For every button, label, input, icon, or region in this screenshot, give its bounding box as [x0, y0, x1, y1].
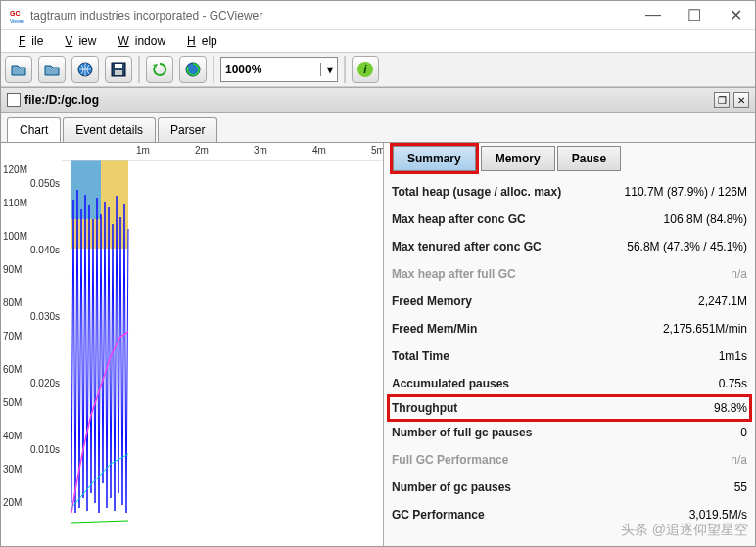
stat-value: 0 — [740, 426, 747, 439]
stat-label: Throughput — [392, 401, 457, 415]
stat-label: Freed Memory — [392, 295, 472, 308]
stat-label: Total Time — [392, 349, 449, 363]
refresh-button[interactable] — [146, 56, 173, 83]
stat-label: Full GC Performance — [392, 453, 508, 467]
svg-text:GC: GC — [10, 10, 21, 17]
toolbar-divider — [138, 56, 140, 83]
stat-value: 1m1s — [719, 349, 747, 363]
zoom-value: 1000% — [225, 63, 261, 76]
stat-row: Total heap (usage / alloc. max)110.7M (8… — [390, 178, 749, 205]
stats-list[interactable]: Total heap (usage / alloc. max)110.7M (8… — [384, 170, 755, 546]
stat-row: Number of full gc pauses0 — [390, 419, 749, 446]
open-recent-button[interactable] — [38, 56, 66, 83]
dropdown-arrow-icon: ▾ — [320, 63, 333, 76]
chart-plot — [62, 160, 383, 546]
stat-row: Throughput98.8% — [387, 394, 752, 422]
stat-value: 110.7M (87.9%) / 126M — [625, 185, 747, 199]
stat-row: Freed Mem/Min2,175.651M/min — [390, 315, 749, 342]
stat-row: Total Time1m1s — [390, 342, 749, 370]
menu-help[interactable]: Help — [175, 32, 223, 50]
chart-y-memory-axis: 120M110M100M 90M80M70M 60M50M40M 30M20M — [3, 164, 27, 530]
maximize-button[interactable]: ☐ — [683, 6, 706, 24]
svg-text:Viewer: Viewer — [10, 18, 24, 23]
stat-label: Freed Mem/Min — [392, 322, 477, 336]
toolbar-divider-3 — [344, 56, 346, 83]
svg-rect-6 — [115, 70, 122, 75]
chart-pane[interactable]: 1m 2m 3m 4m 5m 120M110M100M 90M80M70M 60… — [1, 143, 383, 546]
stat-label: Max heap after full GC — [392, 267, 516, 281]
stat-value: 2,247.1M — [698, 295, 747, 308]
doc-close-button[interactable]: ✕ — [733, 92, 749, 108]
stat-value: 98.8% — [714, 401, 747, 415]
stat-value: 106.8M (84.8%) — [664, 212, 747, 226]
stat-label: Max heap after conc GC — [392, 212, 526, 226]
titlebar: GCViewer tagtraum industries incorporate… — [1, 1, 755, 30]
watch-button[interactable] — [179, 56, 207, 83]
stat-value: 56.8M (47.3% / 45.1%) — [627, 240, 747, 253]
tab-parser[interactable]: Parser — [158, 117, 217, 142]
window-title: tagtraum industries incorporated - GCVie… — [30, 9, 641, 23]
doc-restore-button[interactable]: ❐ — [714, 92, 730, 108]
watermark: 头条 @追逐仰望星空 — [621, 522, 748, 539]
window-controls: — ☐ ✕ — [641, 6, 747, 24]
subtabs: Summary Memory Pause — [384, 143, 755, 170]
subtab-pause[interactable]: Pause — [557, 146, 621, 171]
menu-view[interactable]: View — [53, 32, 102, 50]
toolbar-divider-2 — [213, 56, 214, 83]
menu-file[interactable]: File — [7, 32, 49, 50]
stat-label: Total heap (usage / alloc. max) — [392, 185, 561, 199]
open-file-button[interactable] — [5, 56, 32, 83]
stat-row: Max heap after conc GC106.8M (84.8%) — [390, 205, 749, 233]
svg-rect-5 — [115, 64, 122, 68]
stat-row: Max tenured after conc GC56.8M (47.3% / … — [390, 233, 749, 260]
tab-chart[interactable]: Chart — [7, 117, 61, 142]
menubar: File View Window Help — [1, 30, 755, 52]
main-tabs: Chart Event details Parser — [1, 113, 755, 142]
stat-row: Max heap after full GCn/a — [390, 260, 749, 288]
zoom-select[interactable]: 1000% ▾ — [220, 57, 338, 82]
chart-y-time-axis: 0.050s0.040s0.030s 0.020s0.010s — [30, 178, 60, 511]
summary-pane: Summary Memory Pause Total heap (usage /… — [383, 143, 755, 546]
stat-row: Full GC Performancen/a — [390, 446, 749, 474]
svg-point-7 — [186, 63, 200, 76]
open-url-button[interactable] — [71, 56, 99, 83]
subtab-summary[interactable]: Summary — [393, 146, 476, 171]
stat-label: Accumulated pauses — [392, 377, 509, 390]
close-button[interactable]: ✕ — [724, 6, 747, 24]
app-icon: GCViewer — [9, 8, 24, 23]
document-header: file:/D:/gc.log ❐ ✕ — [1, 87, 755, 113]
stat-row: Accumulated pauses0.75s — [390, 370, 749, 397]
tab-event-details[interactable]: Event details — [63, 117, 156, 142]
about-button[interactable]: i — [352, 56, 379, 83]
toolbar: 1000% ▾ i — [1, 52, 755, 87]
stat-label: Number of gc pauses — [392, 480, 511, 494]
stat-value: 0.75s — [719, 377, 747, 390]
stat-label: GC Performance — [392, 508, 485, 522]
stat-row: Freed Memory2,247.1M — [390, 288, 749, 315]
stat-value: 3,019.5M/s — [689, 508, 747, 522]
stat-value: n/a — [731, 267, 747, 281]
content-area: 1m 2m 3m 4m 5m 120M110M100M 90M80M70M 60… — [1, 142, 755, 546]
subtab-memory[interactable]: Memory — [481, 146, 555, 171]
summary-tab-highlight: Summary — [390, 143, 479, 174]
stat-label: Max tenured after conc GC — [392, 240, 542, 253]
stat-value: n/a — [731, 453, 747, 467]
document-path: file:/D:/gc.log — [24, 93, 99, 107]
stat-value: 2,175.651M/min — [663, 322, 747, 336]
document-icon — [7, 93, 21, 107]
minimize-button[interactable]: — — [641, 6, 665, 24]
stat-label: Number of full gc pauses — [392, 426, 532, 439]
menu-window[interactable]: Window — [106, 32, 171, 50]
stat-value: 55 — [734, 480, 747, 494]
chart-time-ruler: 1m 2m 3m 4m 5m — [1, 143, 383, 160]
stat-row: Number of gc pauses55 — [390, 474, 749, 501]
save-button[interactable] — [105, 56, 132, 83]
